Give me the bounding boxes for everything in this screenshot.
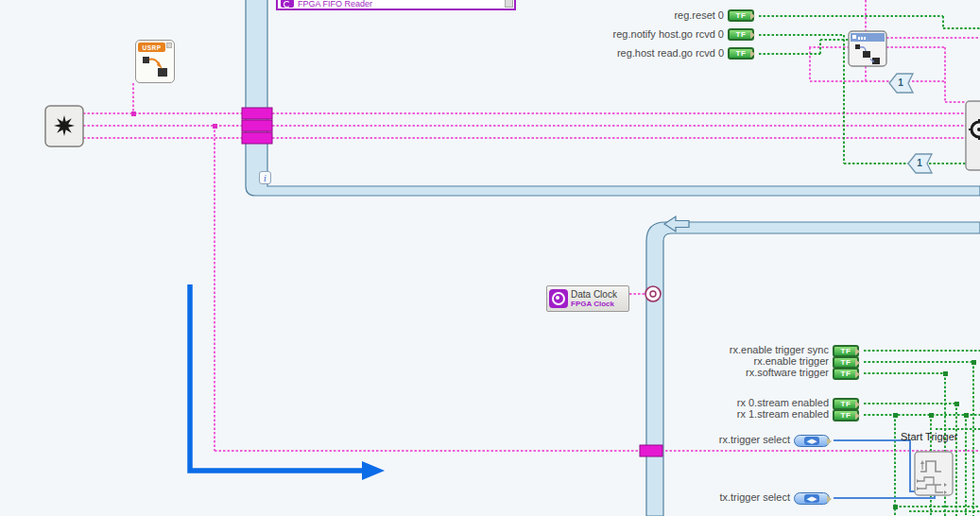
indicator-label-reg-host-read: reg.host read.go rcvd 0 [617, 47, 724, 60]
tf-terminal-reg-notify[interactable]: TF [728, 28, 754, 41]
data-clock-subtitle: FPGA Clock [571, 300, 617, 308]
start-trigger-label: Start Trigger [901, 431, 958, 443]
usrp-node[interactable]: USRP [135, 40, 175, 83]
enum-terminal-tx-trigger-select[interactable]: ◀▶ [794, 492, 830, 505]
clock-tunnel[interactable] [645, 286, 661, 301]
usrp-node-title: USRP [138, 43, 165, 52]
data-clock-title: Data Clock [571, 289, 617, 300]
loop-tunnels[interactable] [242, 108, 662, 456]
fifo-method-node[interactable] [849, 31, 886, 66]
fpga-fifo-reader-label-box[interactable]: FPGA FIFO Reader [276, 0, 516, 10]
enum-terminal-rx-trigger-select[interactable]: ◀▶ [794, 435, 830, 447]
start-trigger-node[interactable] [915, 452, 953, 495]
tf-glyph: TF [841, 347, 851, 355]
usrp-node-icon [140, 55, 172, 79]
tf-glyph: TF [736, 30, 747, 39]
tf-glyph: TF [841, 400, 851, 408]
tf-terminal-reg-reset[interactable]: TF [728, 9, 754, 22]
data-clock-constant[interactable]: Data Clock FPGA Clock [546, 285, 629, 312]
tf-glyph: TF [841, 358, 851, 367]
enum-arrows-icon: ◀▶ [807, 495, 817, 502]
resize-handle[interactable] [505, 0, 513, 8]
tf-terminal-rx1-stream-enabled[interactable]: TF [833, 409, 859, 421]
indicator-label-reg-reset: reg.reset 0 [674, 9, 724, 22]
fpga-clock-icon [549, 289, 568, 308]
feedback-value: 1 [892, 77, 909, 88]
indicator-label-rx-trigger-select: rx.trigger select [719, 434, 790, 446]
loop-info-icon[interactable]: i [259, 171, 271, 184]
fifo-reader-label: FPGA FIFO Reader [298, 0, 372, 9]
indicator-label-tx-trigger-select: tx.trigger select [719, 491, 790, 504]
indicator-label-rx1-stream-enabled: rx 1.stream enabled [737, 408, 829, 421]
indicator-label-rx-software-trigger: rx.software trigger [746, 367, 829, 379]
tf-glyph: TF [841, 370, 851, 378]
tf-terminal-reg-host-read[interactable]: TF [728, 47, 754, 60]
tf-terminal-rx-software-trigger[interactable]: TF [833, 368, 859, 380]
enum-arrows-icon: ◀▶ [807, 438, 817, 444]
labview-block-diagram: FPGA FIFO Reader USRP reg.reset 0 TF reg… [0, 0, 980, 516]
asterisk-icon [54, 115, 75, 136]
scope-node[interactable] [966, 101, 980, 170]
fifo-reader-icon [281, 0, 294, 8]
indicator-label-reg-notify: reg.notify host.go rcvd 0 [613, 28, 724, 41]
asterisk-node[interactable] [45, 106, 83, 146]
usrp-corner-square [166, 43, 172, 48]
tf-glyph: TF [736, 11, 747, 20]
feedback-value: 1 [911, 158, 928, 168]
tf-glyph: TF [841, 411, 851, 420]
tf-glyph: TF [736, 49, 747, 58]
